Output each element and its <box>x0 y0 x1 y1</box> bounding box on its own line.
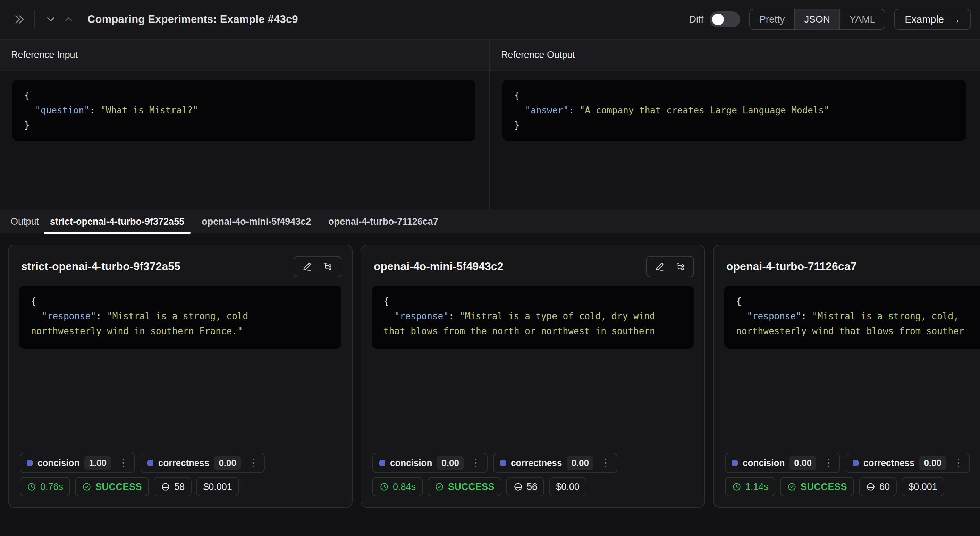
feedback-color-dot <box>500 460 506 466</box>
feedback-chip-correctness: correctness 0.00 ⋮ <box>846 453 970 473</box>
output-label: Output <box>11 216 39 227</box>
edit-pencil-icon[interactable] <box>301 261 313 273</box>
diff-label: Diff <box>689 14 704 25</box>
json-colon: : <box>569 105 579 116</box>
json-colon: : <box>89 105 100 116</box>
feedback-score: 0.00 <box>919 456 946 470</box>
latency-value: 0.76s <box>40 482 63 492</box>
clock-icon <box>27 482 37 492</box>
spacer <box>724 349 980 453</box>
format-option-json[interactable]: JSON <box>794 10 840 30</box>
json-open-brace: { <box>31 296 37 306</box>
example-button[interactable]: Example → <box>894 9 971 30</box>
json-open-brace: { <box>24 90 30 100</box>
tab-openai-4-turbo[interactable]: openai-4-turbo-71126ca7 <box>322 211 445 233</box>
card-header: openai-4-turbo-71126ca7 <box>724 256 980 278</box>
response-code: { "response": "Mistral is a strong, cold… <box>19 286 342 349</box>
format-option-yaml[interactable]: YAML <box>840 10 885 30</box>
json-colon: : <box>96 311 107 321</box>
kebab-menu-icon[interactable]: ⋮ <box>116 458 131 468</box>
reference-input-title: Reference Input <box>0 40 489 71</box>
next-example-chevron-up-icon[interactable] <box>60 10 78 29</box>
json-key: "answer" <box>514 105 569 116</box>
feedback-label: correctness <box>158 458 209 468</box>
spacer <box>372 349 694 453</box>
response-code: { "response": "Mistral is a type of cold… <box>372 286 694 349</box>
feedback-color-dot <box>379 460 385 466</box>
kebab-menu-icon[interactable]: ⋮ <box>951 458 966 468</box>
json-close-brace: } <box>514 120 520 130</box>
json-value-line2: that blows from the north or northwest i… <box>383 326 655 336</box>
experiment-card-2: openai-4o-mini-5f4943c2 { "response": "M… <box>361 245 705 507</box>
json-open-brace: { <box>736 296 741 306</box>
experiment-tab-bar: Output strict-openai-4-turbo-9f372a55 op… <box>0 211 980 233</box>
reference-output-title: Reference Output <box>490 40 980 71</box>
token-coin-icon <box>513 482 523 492</box>
kebab-menu-icon[interactable]: ⋮ <box>821 458 836 468</box>
status-badge: SUCCESS <box>75 477 149 496</box>
check-circle-icon <box>82 482 92 492</box>
prev-example-chevron-down-icon[interactable] <box>41 10 60 29</box>
experiment-card-3: openai-4-turbo-71126ca7 { "response": "M… <box>713 245 980 507</box>
latency-value: 0.84s <box>393 482 416 492</box>
feedback-row: concision 0.00 ⋮ correctness 0.00 ⋮ <box>725 453 980 473</box>
feedback-chip-correctness: correctness 0.00 ⋮ <box>140 453 265 473</box>
diff-toggle-knob <box>712 14 724 25</box>
json-open-brace: { <box>514 90 520 100</box>
app-root: Comparing Experiments: Example #43c9 Dif… <box>0 0 980 536</box>
kebab-menu-icon[interactable]: ⋮ <box>598 458 613 468</box>
metrics-row: 0.76s SUCCESS 58 $0.001 <box>20 477 342 496</box>
status-badge: SUCCESS <box>780 477 854 496</box>
check-circle-icon <box>787 482 797 492</box>
cost-value: $0.001 <box>908 482 937 492</box>
tokens-pill: 56 <box>506 477 544 496</box>
metrics-row: 1.14s SUCCESS 60 $0.001 <box>725 477 980 496</box>
feedback-label: concision <box>743 458 784 468</box>
kebab-menu-icon[interactable]: ⋮ <box>246 458 261 468</box>
status-badge: SUCCESS <box>428 477 501 496</box>
latency-pill: 1.14s <box>725 477 775 496</box>
experiment-title: openai-4-turbo-71126ca7 <box>726 260 856 273</box>
check-circle-icon <box>434 482 444 492</box>
feedback-score: 0.00 <box>567 456 593 470</box>
spacer <box>19 349 342 453</box>
card-header: strict-openai-4-turbo-9f372a55 <box>19 256 342 278</box>
feedback-label: correctness <box>511 458 562 468</box>
tokens-value: 60 <box>879 482 890 492</box>
run-tree-icon[interactable] <box>322 261 334 273</box>
tab-strict-openai-4-turbo[interactable]: strict-openai-4-turbo-9f372a55 <box>44 211 191 233</box>
feedback-color-dot <box>732 460 738 466</box>
arrow-right-icon: → <box>950 14 961 25</box>
kebab-menu-icon[interactable]: ⋮ <box>468 458 484 468</box>
latency-value: 1.14s <box>745 482 768 492</box>
reference-output-code: { "answer": "A company that creates Larg… <box>503 80 966 141</box>
status-value: SUCCESS <box>448 482 495 492</box>
json-colon: : <box>449 311 460 321</box>
token-coin-icon <box>161 482 170 492</box>
output-cards: strict-openai-4-turbo-9f372a55 { "respon… <box>0 233 980 536</box>
feedback-chip-concision: concision 1.00 ⋮ <box>20 453 135 473</box>
cost-pill: $0.00 <box>549 477 587 496</box>
feedback-row: concision 1.00 ⋮ correctness 0.00 ⋮ <box>20 453 342 473</box>
feedback-label: concision <box>38 458 80 468</box>
feedback-color-dot <box>27 460 33 466</box>
collapse-panel-icon[interactable] <box>10 10 29 29</box>
json-close-brace: } <box>24 120 30 130</box>
feedback-chip-concision: concision 0.00 ⋮ <box>372 453 488 473</box>
run-tree-icon[interactable] <box>675 261 686 273</box>
json-value-line1: "Mistral is a strong, cold, <box>812 311 959 321</box>
json-key: "response" <box>31 311 96 321</box>
format-option-pretty[interactable]: Pretty <box>750 10 794 30</box>
latency-pill: 0.76s <box>20 477 70 496</box>
status-value: SUCCESS <box>800 482 847 492</box>
reference-input-panel: Reference Input { "question": "What is M… <box>0 40 490 211</box>
feedback-score: 0.00 <box>437 456 464 470</box>
cost-pill: $0.001 <box>196 477 239 496</box>
json-colon: : <box>801 311 812 321</box>
edit-pencil-icon[interactable] <box>654 261 666 273</box>
diff-toggle[interactable] <box>710 11 740 27</box>
feedback-color-dot <box>853 460 859 466</box>
tab-openai-4o-mini[interactable]: openai-4o-mini-5f4943c2 <box>196 211 317 233</box>
diff-toggle-group: Diff <box>689 11 741 27</box>
latency-pill: 0.84s <box>372 477 423 496</box>
